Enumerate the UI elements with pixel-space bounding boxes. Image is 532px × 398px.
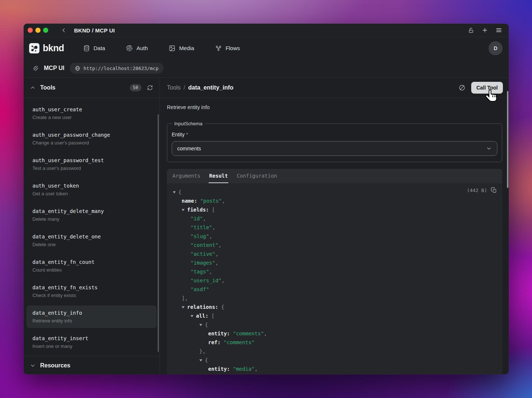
collapse-arrow-icon[interactable] bbox=[199, 359, 202, 362]
sidebar-scrollbar[interactable] bbox=[158, 114, 159, 352]
minimize-window-button[interactable] bbox=[35, 28, 41, 33]
input-schema-fieldset: InputSchema Entity * comments bbox=[167, 121, 502, 162]
resources-title: Resources bbox=[40, 362, 70, 369]
json-punct: , bbox=[212, 224, 215, 230]
tool-item-name: data_entity_delete_one bbox=[32, 233, 151, 240]
menu-icon bbox=[496, 27, 502, 34]
json-string: "users_id" bbox=[190, 277, 221, 283]
close-window-button[interactable] bbox=[28, 28, 33, 33]
entity-select[interactable]: comments bbox=[172, 141, 497, 156]
main-scrollbar[interactable] bbox=[507, 91, 508, 188]
json-line: "content", bbox=[167, 241, 502, 249]
collapse-arrow-icon[interactable] bbox=[173, 191, 176, 193]
json-string: "title" bbox=[190, 224, 212, 230]
json-line: "tags", bbox=[167, 267, 502, 276]
result-meta: (442 B) bbox=[467, 187, 497, 193]
chevron-down-icon bbox=[30, 363, 35, 368]
tool-item-data_entity_delete_one[interactable]: data_entity_delete_oneDelete one bbox=[27, 229, 157, 252]
collapse-arrow-icon[interactable] bbox=[199, 324, 202, 326]
tool-item-description: Delete many bbox=[32, 216, 151, 223]
workflow-icon bbox=[215, 45, 222, 52]
back-button[interactable] bbox=[61, 27, 67, 33]
json-punct: , bbox=[215, 251, 218, 257]
tool-item-description: Count entities bbox=[32, 266, 151, 273]
tool-item-data_entity_fn_count[interactable]: data_entity_fn_countCount entities bbox=[27, 255, 157, 277]
nav-item-label: Media bbox=[179, 45, 194, 51]
json-line: relations:{ bbox=[167, 303, 502, 311]
nav-item-data[interactable]: Data bbox=[83, 45, 105, 52]
tool-item-auth_user_token[interactable]: auth_user_tokenGet a user token bbox=[27, 178, 157, 201]
json-key: ref: bbox=[208, 339, 221, 345]
tool-item-description: Test a user's password bbox=[32, 165, 151, 172]
mcp-subheader: MCP UI http://localhost:28623/mcp bbox=[24, 59, 509, 78]
json-string: "media" bbox=[233, 366, 255, 372]
json-punct: , bbox=[221, 277, 224, 283]
nav-item-flows[interactable]: Flows bbox=[215, 45, 240, 52]
collapse-arrow-icon[interactable] bbox=[190, 315, 193, 317]
tools-section-header[interactable]: Tools 50 bbox=[24, 78, 160, 98]
globe-icon bbox=[75, 66, 80, 71]
database-icon bbox=[83, 45, 90, 52]
tool-item-auth_user_password_change[interactable]: auth_user_password_changeChange a user's… bbox=[27, 128, 157, 150]
window-titlebar[interactable]: BKND / MCP UI bbox=[24, 24, 509, 37]
tab-configuration[interactable]: Configuration bbox=[237, 169, 277, 183]
json-line: ref:"comments" bbox=[167, 338, 502, 347]
tool-detail-body: Retrieve entity info InputSchema Entity … bbox=[160, 98, 509, 374]
json-string: "slug" bbox=[190, 233, 209, 239]
json-punct: ], bbox=[182, 295, 188, 301]
json-string: "images" bbox=[190, 260, 215, 266]
collapse-arrow-icon[interactable] bbox=[182, 306, 185, 308]
json-key: entity: bbox=[208, 331, 230, 336]
copy-icon bbox=[491, 187, 497, 193]
tool-item-auth_user_create[interactable]: auth_user_createCreate a new user bbox=[27, 102, 157, 125]
json-line: "id", bbox=[167, 214, 502, 223]
new-tab-button[interactable] bbox=[482, 27, 488, 34]
json-key: fields: bbox=[187, 207, 209, 213]
tool-item-name: auth_user_password_test bbox=[32, 157, 151, 164]
user-avatar[interactable]: D bbox=[489, 41, 503, 55]
tool-list: auth_user_createCreate a new userauth_us… bbox=[24, 98, 160, 356]
json-punct: , bbox=[264, 331, 267, 336]
tab-arguments[interactable]: Arguments bbox=[172, 169, 200, 183]
json-line: ], bbox=[167, 294, 502, 303]
json-punct: [ bbox=[212, 207, 215, 213]
copy-result-button[interactable] bbox=[491, 187, 497, 193]
tool-item-auth_user_password_test[interactable]: auth_user_password_testTest a user's pas… bbox=[27, 153, 157, 175]
refresh-tools-button[interactable] bbox=[147, 85, 153, 91]
app-window: BKND / MCP UI bbox=[24, 24, 509, 374]
entity-label: Entity bbox=[172, 132, 185, 137]
chevron-up-icon bbox=[30, 85, 35, 90]
tool-item-description: Check if entity exists bbox=[32, 292, 151, 299]
tool-item-description: Delete one bbox=[32, 241, 151, 248]
circle-slash-icon bbox=[459, 84, 465, 91]
app-navbar: bknd DataAuthMediaFlows D bbox=[24, 37, 509, 59]
tool-item-data_entity_insert[interactable]: data_entity_insertInsert one or many bbox=[27, 331, 157, 353]
tool-item-data_entity_delete_many[interactable]: data_entity_delete_manyDelete many bbox=[27, 204, 157, 226]
window-menu-button[interactable] bbox=[496, 27, 502, 34]
tool-item-data_entity_info[interactable]: data_entity_infoRetrieve entity info bbox=[27, 306, 157, 328]
content-area: Tools 50 auth_user_createCreate a new us… bbox=[24, 78, 509, 374]
lock-button[interactable] bbox=[468, 27, 474, 34]
disable-live-button[interactable] bbox=[459, 84, 465, 91]
resources-section-header[interactable]: Resources bbox=[24, 356, 160, 374]
json-string: "active" bbox=[190, 251, 215, 257]
tab-result[interactable]: Result bbox=[209, 169, 228, 183]
json-string: "asdf" bbox=[190, 286, 209, 292]
nav-item-media[interactable]: Media bbox=[169, 45, 194, 52]
tools-sidebar: Tools 50 auth_user_createCreate a new us… bbox=[24, 78, 160, 374]
collapse-arrow-icon[interactable] bbox=[182, 209, 185, 211]
tool-item-data_entity_fn_exists[interactable]: data_entity_fn_existsCheck if entity exi… bbox=[27, 280, 157, 303]
json-key: entity: bbox=[208, 366, 230, 372]
json-punct: { bbox=[205, 357, 208, 363]
json-line: }, bbox=[167, 347, 502, 356]
nav-item-auth[interactable]: Auth bbox=[126, 45, 148, 52]
mcp-url-pill[interactable]: http://localhost:28623/mcp bbox=[70, 63, 164, 74]
call-tool-button[interactable]: Call Tool bbox=[471, 82, 503, 94]
brand-logo[interactable]: bknd bbox=[29, 43, 64, 53]
json-key: all: bbox=[196, 313, 209, 319]
breadcrumb-tools[interactable]: Tools bbox=[167, 84, 181, 91]
window-title: BKND / MCP UI bbox=[74, 27, 115, 34]
maximize-window-button[interactable] bbox=[43, 28, 48, 33]
json-punct: { bbox=[205, 322, 208, 328]
breadcrumb-separator: / bbox=[183, 84, 185, 91]
